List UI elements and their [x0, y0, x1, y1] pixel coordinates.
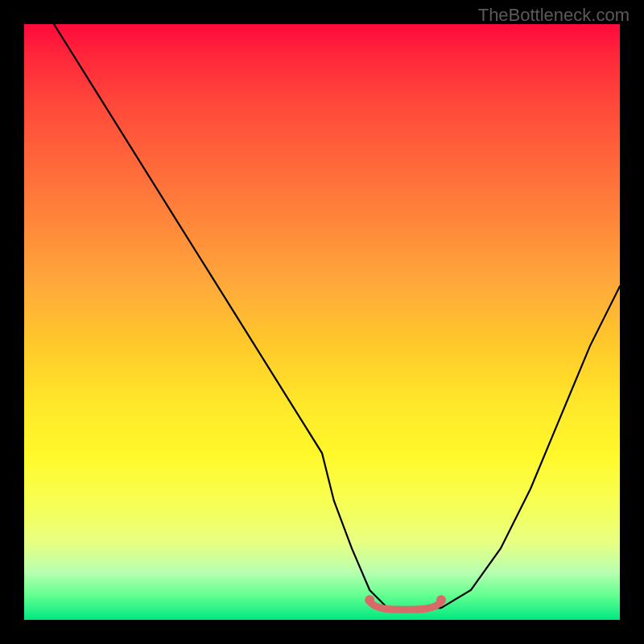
watermark-text: TheBottleneck.com: [478, 5, 630, 26]
bottleneck-curve-path: [54, 24, 620, 608]
flat-zone-marker: [369, 601, 441, 609]
flat-zone-right-dot: [436, 595, 446, 605]
chart-plot-area: [24, 24, 620, 620]
chart-svg: [24, 24, 620, 620]
flat-zone-left-dot: [365, 595, 374, 605]
